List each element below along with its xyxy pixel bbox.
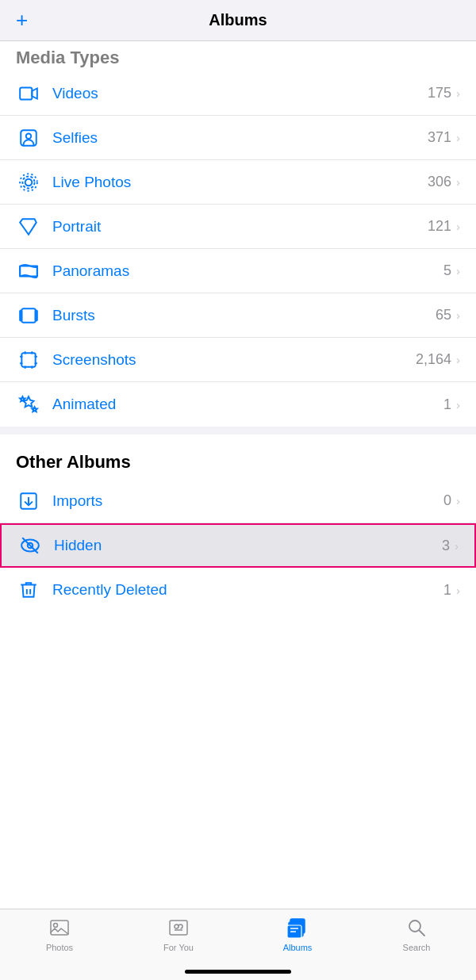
chevron-icon-animated: › bbox=[456, 398, 460, 412]
item-count-panoramas: 5 bbox=[443, 262, 451, 279]
chevron-icon-live-photos: › bbox=[456, 175, 460, 189]
list-item-animated[interactable]: Animated 1 › bbox=[0, 382, 476, 427]
tab-label-for-you: For You bbox=[163, 943, 194, 952]
item-label-animated: Animated bbox=[52, 396, 443, 413]
item-label-hidden: Hidden bbox=[54, 537, 442, 554]
media-types-section-header: Media Types bbox=[0, 41, 476, 71]
chevron-icon-bursts: › bbox=[456, 308, 460, 322]
header: + Albums bbox=[0, 0, 476, 41]
burst-icon bbox=[16, 303, 41, 328]
item-count-bursts: 65 bbox=[436, 307, 451, 323]
item-label-screenshots: Screenshots bbox=[52, 351, 416, 369]
video-icon bbox=[16, 81, 41, 106]
item-label-bursts: Bursts bbox=[52, 307, 436, 324]
tab-label-albums: Albums bbox=[283, 943, 313, 952]
add-button[interactable]: + bbox=[16, 8, 28, 33]
item-label-live-photos: Live Photos bbox=[52, 174, 428, 191]
chevron-icon-screenshots: › bbox=[456, 353, 460, 366]
list-item-panoramas[interactable]: Panoramas 5 › bbox=[0, 249, 476, 293]
portrait-icon bbox=[16, 214, 41, 239]
chevron-icon-panoramas: › bbox=[456, 264, 460, 278]
svg-rect-0 bbox=[20, 87, 32, 99]
item-count-screenshots: 2,164 bbox=[416, 351, 451, 368]
item-count-portrait: 121 bbox=[428, 218, 451, 235]
item-count-selfies: 371 bbox=[428, 129, 451, 146]
photos-tab-icon bbox=[48, 916, 71, 940]
animated-icon bbox=[16, 392, 41, 417]
svg-marker-1 bbox=[32, 88, 37, 98]
svg-point-5 bbox=[22, 176, 34, 188]
item-count-live-photos: 306 bbox=[428, 174, 451, 190]
item-label-videos: Videos bbox=[52, 85, 428, 102]
svg-point-3 bbox=[26, 133, 32, 139]
svg-rect-11 bbox=[20, 310, 21, 320]
media-types-list: Videos 175 › Selfies 371 › Live Photos bbox=[0, 71, 476, 427]
panorama-icon bbox=[16, 258, 41, 284]
svg-rect-10 bbox=[21, 308, 35, 322]
list-item-selfies[interactable]: Selfies 371 › bbox=[0, 116, 476, 160]
hidden-icon bbox=[17, 533, 43, 558]
tab-search[interactable]: Search bbox=[357, 916, 476, 952]
chevron-icon-recently-deleted: › bbox=[456, 584, 460, 597]
live-photo-icon bbox=[16, 170, 41, 195]
list-item-screenshots[interactable]: Screenshots 2,164 › bbox=[0, 338, 476, 382]
list-item-live-photos[interactable]: Live Photos 306 › bbox=[0, 160, 476, 205]
chevron-icon-videos: › bbox=[456, 86, 460, 100]
item-count-imports: 0 bbox=[443, 492, 451, 509]
list-item-bursts[interactable]: Bursts 65 › bbox=[0, 293, 476, 338]
list-item-recently-deleted[interactable]: Recently Deleted 1 › bbox=[0, 568, 476, 612]
tab-for-you[interactable]: For You bbox=[119, 916, 238, 952]
item-count-hidden: 3 bbox=[442, 538, 450, 554]
item-label-selfies: Selfies bbox=[52, 129, 428, 147]
list-item-imports[interactable]: Imports 0 › bbox=[0, 479, 476, 523]
search-tab-icon bbox=[405, 916, 428, 940]
svg-rect-12 bbox=[36, 310, 37, 320]
tab-albums[interactable]: Albums bbox=[238, 916, 357, 952]
item-label-recently-deleted: Recently Deleted bbox=[52, 581, 443, 599]
list-item-hidden[interactable]: Hidden 3 › bbox=[0, 523, 476, 568]
list-item-videos[interactable]: Videos 175 › bbox=[0, 71, 476, 116]
chevron-icon-selfies: › bbox=[456, 131, 460, 144]
svg-line-28 bbox=[420, 931, 425, 936]
other-albums-list: Imports 0 › Hidden 3 › Recently Deleted bbox=[0, 479, 476, 612]
home-indicator bbox=[185, 970, 291, 974]
item-count-animated: 1 bbox=[443, 396, 451, 413]
item-label-panoramas: Panoramas bbox=[52, 262, 443, 280]
chevron-icon-imports: › bbox=[456, 494, 460, 507]
tab-label-search: Search bbox=[403, 943, 431, 952]
svg-rect-13 bbox=[21, 353, 35, 366]
selfie-icon bbox=[16, 125, 41, 151]
item-count-recently-deleted: 1 bbox=[443, 582, 451, 599]
albums-tab-icon bbox=[286, 916, 309, 940]
for-you-tab-icon bbox=[167, 916, 190, 940]
screenshot-icon bbox=[16, 347, 41, 373]
item-label-portrait: Portrait bbox=[52, 218, 428, 235]
section-separator bbox=[0, 427, 476, 434]
list-item-portrait[interactable]: Portrait 121 › bbox=[0, 205, 476, 249]
other-albums-section-header: Other Albums bbox=[0, 434, 476, 479]
trash-icon bbox=[16, 577, 41, 603]
tab-photos[interactable]: Photos bbox=[0, 916, 119, 952]
chevron-icon-portrait: › bbox=[456, 220, 460, 233]
content-area: Media Types Videos 175 › Selfies 371 › bbox=[0, 41, 476, 905]
item-label-imports: Imports bbox=[52, 492, 443, 510]
svg-point-4 bbox=[25, 178, 33, 186]
svg-point-19 bbox=[54, 924, 58, 928]
header-title: Albums bbox=[209, 11, 267, 29]
imports-icon bbox=[16, 488, 41, 514]
tab-label-photos: Photos bbox=[46, 943, 73, 952]
item-count-videos: 175 bbox=[428, 85, 451, 101]
chevron-icon-hidden: › bbox=[455, 539, 459, 553]
